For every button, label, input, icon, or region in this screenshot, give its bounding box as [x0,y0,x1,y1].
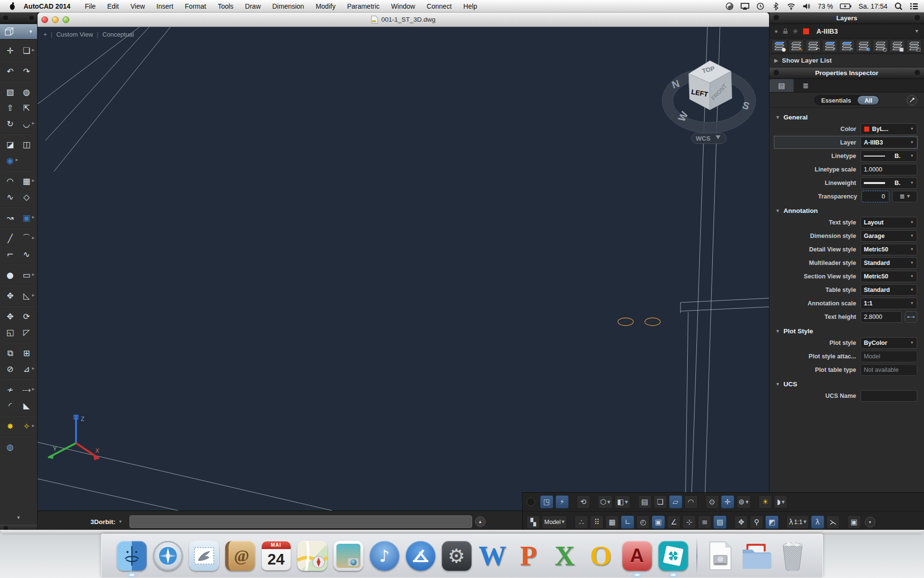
dynamic-ucs-lightning-icon[interactable]: ⚡ [555,495,569,509]
line-icon[interactable]: ╱ [2,230,18,246]
surface-patch-icon[interactable]: ◇ [18,189,35,205]
zoom-button[interactable] [63,16,69,23]
detail-view-style-dropdown[interactable]: Metric50▼ [860,244,917,255]
menu-help[interactable]: Help [458,2,483,10]
viewcube[interactable]: N W S TOP LEFT FRONT WCS [661,51,767,150]
dock-iphoto[interactable] [333,540,364,572]
layer-freeze-icon[interactable]: ❆ [856,39,872,53]
layers-panel-titlebar[interactable]: Layers [770,13,924,24]
command-history-caret[interactable]: ▼ [118,519,123,524]
copy-with-basepoint-icon[interactable]: ❏▶ [18,42,35,58]
app-menu-title[interactable]: AutoCAD 2014 [24,2,70,10]
grid-icon[interactable]: ▦ [605,515,619,529]
dock-safari[interactable] [152,540,184,572]
dynamic-ucs-icon[interactable]: ▨ [713,515,727,529]
section-wall-icon[interactable]: ▤ [638,495,652,509]
minimize-button[interactable] [52,16,59,23]
viewport-plus-button[interactable]: + [43,31,47,38]
arc-icon[interactable]: ⌒▶ [18,230,35,246]
trim-icon[interactable]: ≁ [2,381,18,397]
layers-menu-button[interactable] [914,14,921,21]
dock-excel[interactable]: X [549,540,581,572]
slice-icon[interactable]: ⊘ [2,361,18,377]
layer-previous-icon[interactable]: ↶ [805,39,821,53]
polar-tracking-icon[interactable]: ◴ [636,515,650,529]
eraser-icon[interactable]: ◺▶ [18,288,35,303]
snap-angle-icon[interactable]: ∠ [667,515,680,529]
ucs-name-input[interactable] [860,390,917,402]
dock-itunes[interactable]: ♪ [369,540,400,572]
spline-icon[interactable]: ∿ [18,246,35,262]
linetype-scale-input[interactable]: 1.0000 [860,164,917,175]
press-pull-icon[interactable]: ⇱ [18,100,35,116]
viewport-visual-style-menu[interactable]: Conceptual [103,31,134,38]
section-header-ucs[interactable]: ▼UCS [775,381,917,388]
sky-background-icon[interactable]: ◗▼ [774,495,787,509]
layer-lock-icon[interactable] [783,28,788,34]
3d-adjust-icon[interactable]: ✥ [2,288,18,303]
layout-switch-icon[interactable]: ▚ [526,515,540,529]
menu-file[interactable]: File [79,2,102,10]
section-object-icon[interactable]: ❏ [654,495,667,509]
loft-icon[interactable]: ◡▶ [18,116,35,131]
dimension-style-dropdown[interactable]: Garage▼ [860,230,917,242]
zoom-icon[interactable]: ⚲ [750,515,763,529]
surface-network-icon[interactable]: ∿ [2,189,18,205]
object-snap-icon[interactable]: ▣ [652,515,665,529]
grid-display-icon[interactable]: ⠿ [590,515,603,529]
primitive-box-icon[interactable]: ◳ [540,495,553,509]
content-palette-icon[interactable]: ▣ [847,515,861,529]
rectangle-icon[interactable]: ▭▶ [18,267,35,283]
close-button[interactable] [41,16,48,23]
spotlight-icon[interactable] [894,2,903,11]
section-header-general[interactable]: ▼General [775,114,917,121]
filter-all[interactable]: All [858,96,879,105]
chamfer-icon[interactable]: ◣ [18,397,35,413]
dock-downloads-folder[interactable] [741,540,772,572]
smooth-object-icon[interactable]: ◸ [18,324,35,340]
palette-menu-button[interactable] [28,15,35,21]
dock-trash[interactable] [777,540,808,572]
dock-contacts[interactable]: @ [224,540,256,572]
redo-icon[interactable]: ↷ [18,63,35,79]
live-section-icon[interactable]: ◠ [684,495,698,509]
menu-connect[interactable]: Connect [421,2,458,10]
properties-close-button[interactable] [773,69,780,76]
toolbar-collapse-button[interactable] [526,498,535,506]
menu-edit[interactable]: Edit [102,2,125,10]
dock-app-store[interactable] [405,540,436,572]
dock-mail[interactable] [188,540,220,572]
snap-icon[interactable]: ∴ [575,515,588,529]
solid-history-icon[interactable]: ◫ [18,136,35,152]
dock-maps[interactable] [296,540,328,572]
revolve-icon[interactable]: ↻ [2,116,18,131]
eyedropper-button[interactable] [907,95,917,105]
box-primitive-icon[interactable]: ▧ [2,84,18,100]
move-gizmo-icon[interactable]: ⬡▼ [598,495,613,509]
move-icon[interactable]: ✥ [2,308,18,324]
spaces-icon[interactable] [725,2,734,11]
visual-style-icon[interactable]: ◧▼ [615,495,630,509]
dock-autocad[interactable]: A [621,540,653,572]
color-dropdown[interactable]: ByL...▼ [860,123,917,135]
plot-style-dropdown[interactable]: ByColor▼ [860,337,917,349]
multileader-style-dropdown[interactable]: Standard▼ [860,257,917,269]
section-header-plot-style[interactable]: ▼Plot Style [775,328,917,335]
scale-icon[interactable]: ◱ [2,324,18,340]
layers-close-button[interactable] [773,14,780,21]
ucs-crosshair-icon[interactable]: ✛ [2,42,18,58]
pan-icon[interactable]: ✥ [734,515,748,529]
dock-finder[interactable] [116,540,148,572]
layer-lock-icon[interactable]: ■ [889,39,905,53]
extend-icon[interactable]: ⤏▶ [18,381,35,397]
spot-light-icon[interactable]: ✧▶ [18,418,35,434]
union-icon[interactable]: ◉▶ [2,152,18,168]
point-light-icon[interactable]: ✸ [2,418,18,434]
properties-panel-titlebar[interactable]: Properties Inspector [770,67,924,79]
smooth-mesh-icon[interactable]: ◠ [2,173,18,189]
lineweight-display-icon[interactable]: ≡ [698,515,711,529]
time-machine-icon[interactable] [756,2,765,11]
section-header-annotation[interactable]: ▼Annotation [775,207,917,214]
cv-edit-icon[interactable]: ▣▶ [18,210,35,225]
align-icon[interactable]: ⊿▶ [18,361,35,377]
